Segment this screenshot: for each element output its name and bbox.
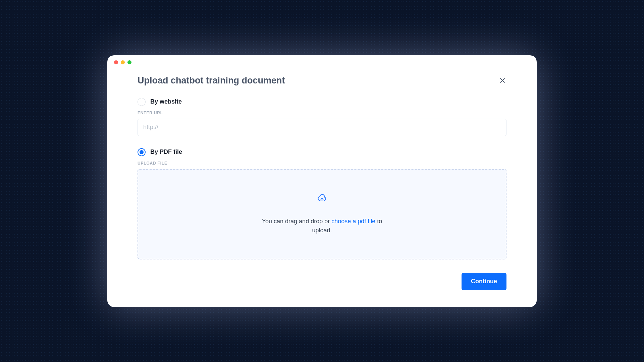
window-maximize-icon[interactable] [127,60,131,64]
upload-modal: Upload chatbot training document By webs… [107,55,537,307]
cloud-upload-icon [317,193,327,204]
url-field-label: ENTER URL [138,111,506,115]
modal-wrapper: Upload chatbot training document By webs… [107,55,537,307]
continue-button[interactable]: Continue [462,273,506,290]
radio-website-label: By website [150,98,182,105]
radio-website[interactable] [138,98,146,106]
close-button[interactable] [498,76,506,84]
upload-field-label: UPLOAD FILE [138,161,506,166]
pdf-section: By PDF file UPLOAD FILE You can drag and… [138,148,506,259]
radio-pdf[interactable] [138,148,146,156]
dropzone-prefix: You can drag and drop or [262,218,332,225]
window-close-icon[interactable] [114,60,118,64]
choose-file-link[interactable]: choose a pdf file [331,218,375,225]
window-minimize-icon[interactable] [121,60,125,64]
dropzone-text: You can drag and drop or choose a pdf fi… [255,217,389,235]
radio-pdf-label: By PDF file [150,148,182,156]
radio-website-row: By website [138,98,506,106]
file-dropzone[interactable]: You can drag and drop or choose a pdf fi… [138,169,506,259]
radio-pdf-row: By PDF file [138,148,506,156]
modal-content: Upload chatbot training document By webs… [107,69,537,307]
close-icon [499,77,506,84]
modal-footer: Continue [138,273,506,290]
window-controls [107,55,537,69]
modal-header: Upload chatbot training document [138,75,506,86]
modal-title: Upload chatbot training document [138,75,285,86]
website-section: By website ENTER URL [138,98,506,136]
radio-pdf-dot [140,150,144,154]
url-input[interactable] [138,119,506,136]
